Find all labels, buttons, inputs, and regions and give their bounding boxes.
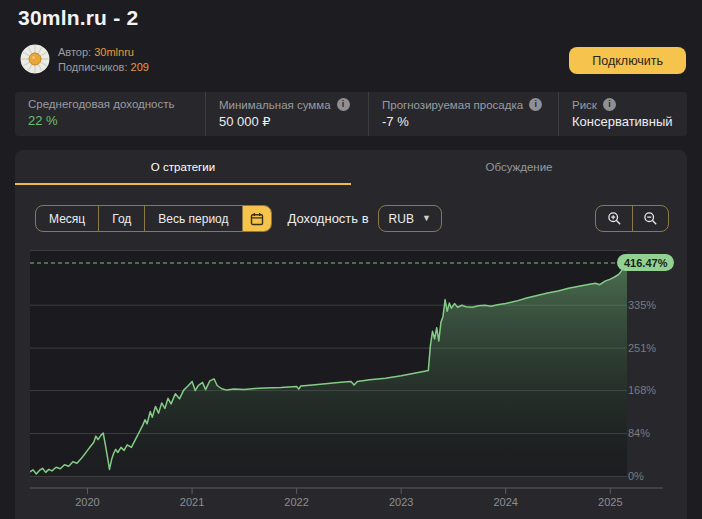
currency-dropdown[interactable]: RUB ▼ — [378, 205, 442, 232]
info-icon[interactable]: i — [603, 98, 616, 111]
zoom-out-button[interactable] — [632, 206, 668, 231]
stat-min-sum: Минимальная сумма i 50 000 ₽ — [205, 92, 368, 136]
calendar-button[interactable] — [242, 206, 271, 231]
current-value-badge: 416.47% — [617, 254, 674, 271]
svg-text:2025: 2025 — [598, 496, 622, 508]
period-year-button[interactable]: Год — [98, 206, 144, 231]
stat-label: Минимальная сумма — [219, 99, 331, 111]
period-all-button[interactable]: Весь период — [144, 206, 241, 231]
daisy-avatar-icon — [20, 44, 50, 74]
info-icon[interactable]: i — [337, 98, 350, 111]
svg-text:2021: 2021 — [180, 496, 204, 508]
y-axis-tick: 0% — [628, 469, 644, 483]
svg-text:2022: 2022 — [284, 496, 308, 508]
magnifier-plus-icon — [607, 211, 622, 226]
page-title: 30mln.ru - 2 — [18, 6, 138, 30]
tab-bar: О стратегии Обсуждение — [15, 150, 687, 185]
stat-risk: Риск i Консервативный — [558, 92, 687, 136]
stat-avg-annual-return: Среднегодовая доходность 22 % — [15, 92, 205, 136]
stat-projected-drawdown: Прогнозируемая просадка i -7 % — [368, 92, 558, 136]
author-label: Автор: — [58, 46, 91, 58]
strategy-card: О стратегии Обсуждение Месяц Год Весь пе… — [15, 150, 687, 519]
magnifier-minus-icon — [643, 211, 658, 226]
period-month-button[interactable]: Месяц — [36, 206, 98, 231]
y-axis-tick: 335% — [628, 298, 656, 312]
tab-about-strategy[interactable]: О стратегии — [15, 150, 351, 185]
returns-chart-svg[interactable]: 202020212022202320242025 — [30, 250, 670, 510]
y-axis-tick: 251% — [628, 341, 656, 355]
chevron-down-icon: ▼ — [422, 214, 431, 223]
author-block: Автор: 30mlnru Подписчиков: 209 — [58, 45, 149, 75]
stat-label: Риск — [572, 99, 597, 111]
currency-value: RUB — [389, 212, 414, 226]
avatar[interactable] — [20, 44, 50, 74]
stat-value: Консервативный — [572, 114, 687, 129]
svg-text:2023: 2023 — [389, 496, 413, 508]
stat-label: Среднегодовая доходность — [28, 98, 175, 110]
tab-discussion[interactable]: Обсуждение — [351, 150, 687, 185]
zoom-in-button[interactable] — [596, 206, 632, 231]
stat-value: 50 000 ₽ — [219, 114, 368, 129]
subscribers-count: 209 — [131, 61, 149, 73]
stat-value: -7 % — [382, 114, 558, 129]
stat-value: 22 % — [28, 113, 205, 128]
connect-button[interactable]: Подключить — [569, 47, 686, 74]
stats-bar: Среднегодовая доходность 22 % Минимальна… — [15, 92, 687, 136]
calendar-icon — [250, 212, 264, 226]
subscribers-label: Подписчиков: — [58, 61, 128, 73]
y-axis-tick: 168% — [628, 383, 656, 397]
stat-label: Прогнозируемая просадка — [382, 99, 523, 111]
y-axis-tick: 84% — [628, 426, 650, 440]
period-selector: Месяц Год Весь период — [35, 205, 272, 232]
strategy-page: 30mln.ru - 2 Автор: 30mlnru Подписчиков:… — [0, 0, 702, 519]
svg-text:2024: 2024 — [493, 496, 517, 508]
chart-controls: Месяц Год Весь период Доходность в RUB ▼ — [35, 205, 669, 232]
svg-text:2020: 2020 — [75, 496, 99, 508]
returns-in-label: Доходность в — [288, 211, 369, 226]
zoom-controls — [595, 205, 669, 232]
info-icon[interactable]: i — [529, 98, 542, 111]
author-name-link[interactable]: 30mlnru — [94, 46, 134, 58]
